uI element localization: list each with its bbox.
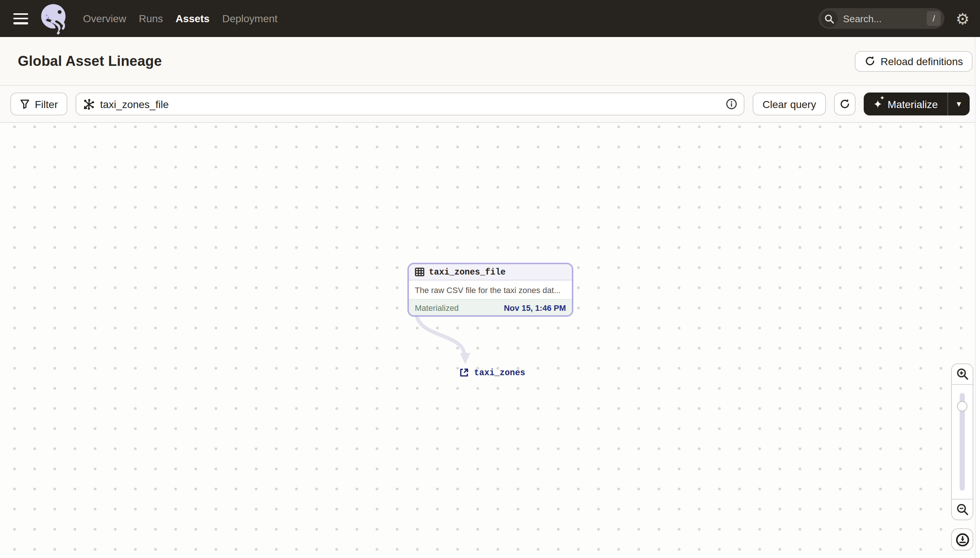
nav-item-assets[interactable]: Assets [176,13,210,25]
materialize-button[interactable]: ✦✦ Materialize [863,92,947,115]
primary-nav-links: Overview Runs Assets Deployment [83,13,277,25]
global-search[interactable]: / [819,8,944,29]
page-title: Global Asset Lineage [18,53,162,69]
asset-node-status-bar: Materialized Nov 15, 1:46 PM [409,299,572,315]
top-nav: Overview Runs Assets Deployment / ⚙ [0,0,980,37]
dagster-logo-icon[interactable] [40,2,68,35]
refresh-icon [864,56,875,67]
caret-down-icon: ▼ [955,100,963,108]
materialized-timestamp[interactable]: Nov 15, 1:46 PM [504,303,566,312]
query-info-icon[interactable] [726,98,738,110]
refresh-icon [839,98,850,110]
app-window: Overview Runs Assets Deployment / ⚙ Glob… [0,0,980,558]
materialize-label: Materialize [888,98,938,110]
asset-node-header: taxi_zones_file [409,264,572,281]
asset-query-input[interactable] [100,98,721,110]
asset-node-taxi-zones-file[interactable]: taxi_zones_file The raw CSV file for the… [407,263,573,317]
zoom-slider [952,385,973,499]
zoom-in-icon [956,368,968,381]
fit-view-button[interactable] [951,528,973,551]
zoom-in-button[interactable] [952,364,973,385]
asset-query-field[interactable] [76,92,744,115]
zoom-out-button[interactable] [952,499,973,520]
refresh-graph-button[interactable] [834,92,855,115]
nav-item-overview[interactable]: Overview [83,13,126,25]
materialized-status-label: Materialized [415,303,459,312]
search-shortcut-badge: / [927,11,941,26]
search-icon [821,10,838,27]
downstream-asset-link[interactable]: taxi_zones [459,368,525,377]
clear-query-button[interactable]: Clear query [753,92,826,115]
reload-definitions-label: Reload definitions [880,55,963,67]
filter-button[interactable]: Filter [10,92,68,115]
lineage-toolbar: Filter Clear query ✦✦ Materialize [0,86,980,123]
zoom-slider-thumb[interactable] [957,401,967,412]
external-link-icon [459,368,469,377]
asset-node-name: taxi_zones_file [429,267,506,277]
clear-query-label: Clear query [763,98,816,110]
scrollbar-gutter[interactable] [975,37,980,558]
table-icon [415,267,425,277]
gear-icon[interactable]: ⚙ [955,11,970,26]
downstream-asset-name: taxi_zones [474,368,525,377]
asset-graph-icon [83,98,95,110]
hamburger-menu-icon[interactable] [13,13,28,24]
zoom-out-icon [956,503,968,516]
nav-right-cluster: / ⚙ [819,8,970,29]
reload-definitions-button[interactable]: Reload definitions [855,51,973,71]
page-header: Global Asset Lineage Reload definitions [0,37,980,86]
materialize-dropdown-button[interactable]: ▼ [947,92,970,115]
asset-node-description: The raw CSV file for the taxi zones dat.… [409,281,572,299]
zoom-control-panel [951,363,973,520]
sparkle-icon: ✦✦ [873,98,882,110]
search-input[interactable] [843,13,927,24]
materialize-split-button: ✦✦ Materialize ▼ [863,92,970,115]
nav-item-runs[interactable]: Runs [139,13,163,25]
filter-funnel-icon [20,99,30,109]
filter-button-label: Filter [35,98,58,110]
lineage-graph-canvas[interactable]: taxi_zones_file The raw CSV file for the… [0,123,980,558]
nav-item-deployment[interactable]: Deployment [222,13,277,25]
download-circle-icon [955,532,969,547]
